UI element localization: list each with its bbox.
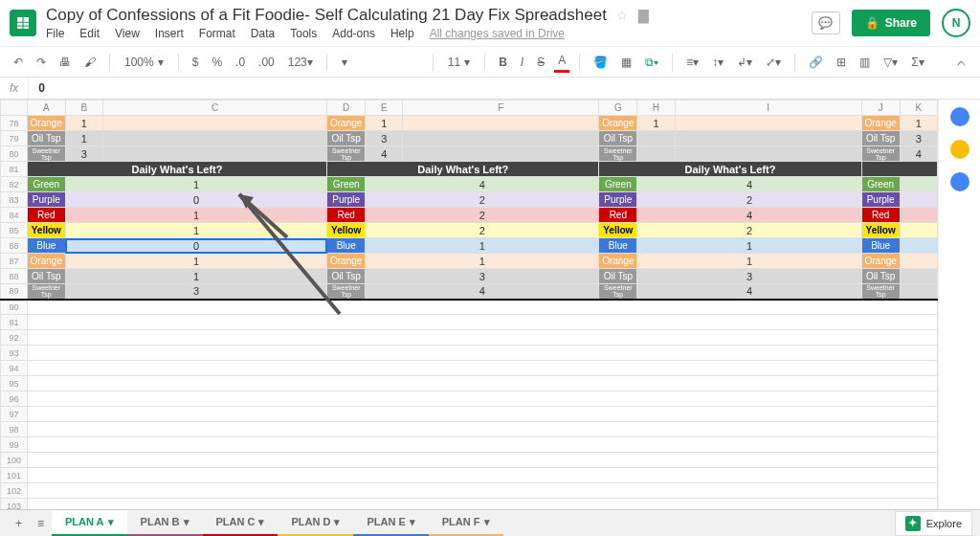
halign-icon[interactable]: ≡▾ <box>682 53 702 72</box>
formula-bar: fx 0 <box>0 78 980 100</box>
more-formats-icon[interactable]: 123▾ <box>284 53 317 72</box>
paint-format-icon[interactable]: 🖌 <box>80 53 100 72</box>
document-title[interactable]: Copy of Confessions of a Fit Foodie- Sel… <box>46 6 607 25</box>
redo-icon[interactable]: ↷ <box>33 53 50 72</box>
sheet-tab-plan-d[interactable]: PLAN D▾ <box>278 510 353 537</box>
menu-addons[interactable]: Add-ons <box>332 27 375 40</box>
collapse-toolbar-icon[interactable]: ᨈ <box>957 56 967 69</box>
zoom-select[interactable]: 100%▾ <box>120 53 168 72</box>
all-sheets-icon[interactable]: ≡ <box>30 513 52 534</box>
italic-icon[interactable]: I <box>517 53 527 72</box>
spreadsheet-grid[interactable]: ABCDEFGHIJK 78Orange1Orange1Orange1Orang… <box>0 100 938 536</box>
valign-icon[interactable]: ↕▾ <box>708 53 727 72</box>
dec-increase-icon[interactable]: .00 <box>255 53 278 72</box>
sheets-logo[interactable] <box>10 10 36 36</box>
font-select[interactable]: ▾ <box>337 53 423 72</box>
wrap-icon[interactable]: ↲▾ <box>733 53 756 72</box>
side-panel <box>938 100 980 536</box>
col-header[interactable]: A <box>27 100 65 116</box>
section-header: Daily What's Left? <box>27 162 326 177</box>
save-status[interactable]: All changes saved in Drive <box>430 27 565 40</box>
sheet-tab-plan-f[interactable]: PLAN F▾ <box>429 510 503 537</box>
merge-icon[interactable]: ⧉▾ <box>641 53 662 72</box>
menu-help[interactable]: Help <box>390 27 414 40</box>
filter-icon[interactable]: ▽▾ <box>880 53 902 72</box>
text-color-icon[interactable]: A <box>554 51 569 73</box>
account-avatar[interactable]: N <box>942 9 970 37</box>
header-bar: Copy of Confessions of a Fit Foodie- Sel… <box>0 0 980 47</box>
selected-cell[interactable]: 0 <box>65 238 326 254</box>
font-size-select[interactable]: 11 ▾ <box>443 53 475 72</box>
calendar-icon[interactable] <box>950 107 969 126</box>
menu-insert[interactable]: Insert <box>155 27 184 40</box>
menu-tools[interactable]: Tools <box>290 27 317 40</box>
strike-icon[interactable]: S <box>533 53 548 72</box>
fx-label: fx <box>0 78 29 99</box>
menu-bar: File Edit View Insert Format Data Tools … <box>46 27 812 40</box>
currency-icon[interactable]: $ <box>189 53 203 72</box>
link-icon[interactable]: 🔗 <box>805 53 827 72</box>
fill-color-icon[interactable]: 🪣 <box>590 53 612 72</box>
chart-icon[interactable]: ▥ <box>856 53 874 72</box>
functions-icon[interactable]: Σ▾ <box>907 53 927 72</box>
lock-icon: 🔒 <box>865 16 880 30</box>
percent-icon[interactable]: % <box>208 53 226 72</box>
borders-icon[interactable]: ▦ <box>617 53 635 72</box>
explore-button[interactable]: ✦Explore <box>895 511 972 536</box>
add-sheet-icon[interactable]: + <box>8 513 30 534</box>
star-icon[interactable]: ☆ <box>616 8 629 23</box>
sheet-tab-plan-e[interactable]: PLAN E▾ <box>353 510 428 537</box>
dec-decrease-icon[interactable]: .0 <box>232 53 249 72</box>
sheet-tab-plan-c[interactable]: PLAN C▾ <box>203 510 278 537</box>
toolbar: ↶ ↷ 🖶 🖌 100%▾ $ % .0 .00 123▾ ▾ 11 ▾ B I… <box>0 47 980 78</box>
share-label: Share <box>885 16 917 30</box>
sheet-tab-plan-a[interactable]: PLAN A▾ <box>52 510 127 537</box>
bold-icon[interactable]: B <box>495 53 511 72</box>
share-button[interactable]: 🔒 Share <box>852 10 930 36</box>
rotate-icon[interactable]: ⤢▾ <box>762 53 785 72</box>
undo-icon[interactable]: ↶ <box>10 53 27 72</box>
folder-icon[interactable]: ▇ <box>638 8 649 23</box>
formula-value[interactable]: 0 <box>29 78 55 99</box>
menu-file[interactable]: File <box>46 27 64 40</box>
menu-view[interactable]: View <box>115 27 140 40</box>
keep-icon[interactable] <box>950 140 969 159</box>
comment-add-icon[interactable]: ⊞ <box>833 53 850 72</box>
print-icon[interactable]: 🖶 <box>56 53 75 72</box>
tasks-icon[interactable] <box>950 172 969 191</box>
sheet-tab-plan-b[interactable]: PLAN B▾ <box>127 510 203 537</box>
menu-data[interactable]: Data <box>251 27 275 40</box>
menu-edit[interactable]: Edit <box>79 27 100 40</box>
menu-format[interactable]: Format <box>199 27 235 40</box>
sheet-tabs-bar: + ≡ PLAN A▾ PLAN B▾ PLAN C▾ PLAN D▾ PLAN… <box>0 509 980 536</box>
comments-icon[interactable]: 💬 <box>812 11 840 34</box>
